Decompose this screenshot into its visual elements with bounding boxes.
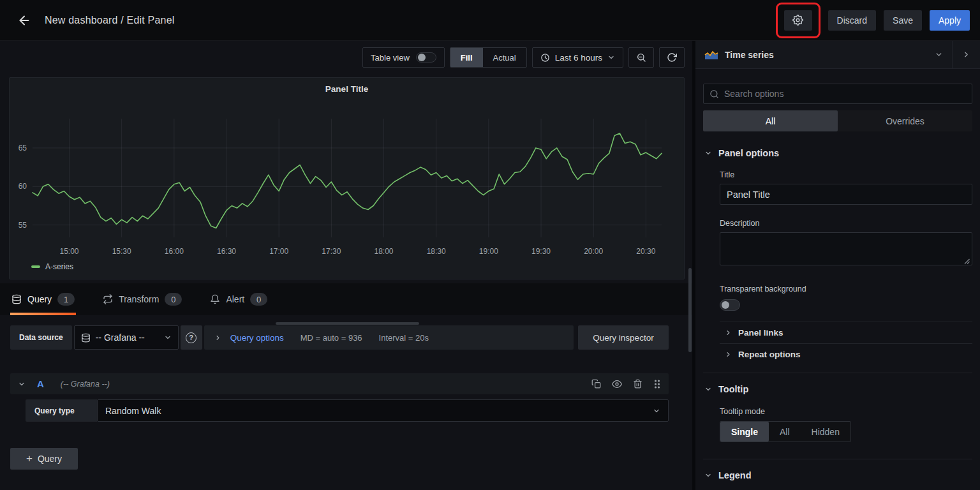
save-button[interactable]: Save — [884, 10, 922, 31]
annotation-highlight-box — [776, 3, 820, 38]
back-button[interactable] — [13, 9, 36, 32]
tab-query[interactable]: Query 1 — [10, 283, 76, 315]
tab-query-label: Query — [27, 294, 52, 304]
table-view-toggle[interactable]: Table view — [362, 47, 445, 68]
transparent-bg-toggle[interactable] — [720, 299, 740, 311]
tooltip-mode-segment: Single All Hidden — [720, 421, 851, 442]
chevron-down-icon — [653, 407, 660, 415]
visualization-picker[interactable]: Time series — [695, 41, 952, 68]
query-row-datasource: (-- Grafana --) — [61, 380, 110, 389]
table-view-switch[interactable] — [416, 52, 436, 63]
add-query-label: Query — [38, 454, 62, 464]
refresh-button[interactable] — [659, 47, 685, 68]
vertical-scrollbar[interactable] — [688, 268, 692, 352]
table-view-label: Table view — [371, 53, 410, 63]
panel-settings-button[interactable] — [784, 10, 812, 31]
chevron-down-icon — [704, 385, 712, 393]
options-search-input[interactable] — [724, 89, 966, 99]
panel-options-section-header[interactable]: Panel options — [703, 148, 972, 158]
hide-response-eye-icon[interactable] — [612, 379, 622, 389]
query-options-bar[interactable]: Query options MD = auto = 936 Interval =… — [204, 325, 574, 350]
panel-links-section[interactable]: Panel links — [720, 322, 972, 343]
arrow-left-icon — [17, 13, 31, 27]
tab-overrides[interactable]: Overrides — [838, 110, 972, 131]
transparent-bg-label: Transparent background — [720, 285, 972, 293]
database-icon — [81, 333, 91, 343]
discard-button[interactable]: Discard — [828, 10, 876, 31]
actual-option[interactable]: Actual — [483, 48, 526, 67]
x-axis-tick-label: 18:30 — [427, 247, 446, 256]
query-ref-id: A — [37, 378, 44, 389]
gear-icon — [792, 15, 803, 26]
tab-alert[interactable]: Alert 0 — [209, 283, 269, 315]
repeat-options-section[interactable]: Repeat options — [720, 343, 972, 365]
help-icon: ? — [186, 332, 197, 343]
x-axis-tick-label: 16:00 — [165, 247, 184, 256]
transform-count-badge: 0 — [165, 293, 182, 306]
max-datapoints-stat: MD = auto = 936 — [301, 333, 362, 343]
chevron-down-icon — [607, 54, 615, 61]
chevron-right-icon — [725, 329, 732, 336]
query-row-header[interactable]: A (-- Grafana --) — [10, 373, 669, 394]
zoom-out-icon — [636, 52, 646, 63]
panel-title-input[interactable] — [720, 184, 972, 205]
fill-option[interactable]: Fill — [450, 48, 483, 67]
tooltip-mode-label: Tooltip mode — [720, 407, 972, 416]
description-field-label: Description — [720, 219, 972, 228]
legend-section-header[interactable]: Legend — [703, 470, 972, 480]
legend-item[interactable]: A-series — [31, 262, 73, 271]
y-axis-tick-label: 55 — [19, 221, 27, 230]
chevron-down-icon — [935, 50, 943, 59]
options-pane: Time series All Overrides Panel options … — [692, 41, 980, 490]
time-range-picker[interactable]: Last 6 hours — [532, 47, 623, 68]
interval-stat: Interval = 20s — [379, 333, 429, 343]
database-icon — [11, 294, 22, 304]
alert-count-badge: 0 — [250, 293, 267, 306]
panel-preview: Panel Title 55606515:0015:3016:0016:3017… — [9, 77, 685, 279]
x-axis-tick-label: 18:00 — [375, 247, 394, 256]
options-search[interactable] — [703, 84, 972, 104]
datasource-value: -- Grafana -- — [96, 332, 145, 343]
drag-handle-icon[interactable] — [653, 379, 661, 389]
x-axis-tick-label: 15:00 — [60, 247, 79, 256]
tooltip-mode-single[interactable]: Single — [720, 422, 769, 442]
toggle-knob — [722, 301, 729, 309]
add-query-button[interactable]: + Query — [10, 448, 78, 470]
bell-icon — [210, 294, 220, 304]
query-type-label: Query type — [26, 399, 97, 422]
datasource-help-button[interactable]: ? — [181, 325, 202, 350]
tab-transform-label: Transform — [119, 294, 159, 304]
datasource-picker[interactable]: -- Grafana -- — [74, 325, 179, 350]
series-color-swatch — [31, 265, 40, 268]
panel-title-text: Panel Title — [10, 84, 684, 94]
apply-button[interactable]: Apply — [930, 10, 970, 31]
duplicate-query-icon[interactable] — [591, 379, 601, 389]
datasource-label: Data source — [10, 325, 72, 350]
tab-transform[interactable]: Transform 0 — [101, 283, 183, 315]
plus-icon: + — [26, 452, 33, 465]
toggle-knob — [418, 54, 426, 61]
zoom-out-button[interactable] — [628, 47, 654, 68]
fill-actual-segment: Fill Actual — [450, 47, 527, 68]
x-axis-tick-label: 20:30 — [636, 247, 655, 256]
horizontal-scrollbar[interactable] — [276, 322, 419, 325]
tab-all[interactable]: All — [703, 110, 838, 131]
chevron-down-icon[interactable] — [18, 380, 26, 388]
chevron-down-icon — [164, 334, 172, 341]
edit-pane: Table view Fill Actual Last 6 hours Pane… — [0, 41, 692, 490]
query-inspector-button[interactable]: Query inspector — [578, 325, 669, 350]
query-type-select[interactable]: Random Walk — [97, 399, 669, 422]
x-axis-tick-label: 15:30 — [112, 247, 131, 256]
x-axis-tick-label: 19:30 — [531, 247, 551, 256]
resize-handle-icon[interactable] — [964, 258, 970, 264]
delete-query-trash-icon[interactable] — [633, 379, 642, 389]
x-axis-tick-label: 20:00 — [584, 247, 603, 256]
collapse-options-button[interactable] — [952, 41, 980, 68]
panel-description-input[interactable] — [720, 232, 972, 265]
tooltip-section-header[interactable]: Tooltip — [703, 384, 972, 394]
search-icon — [709, 89, 719, 99]
tooltip-mode-all[interactable]: All — [769, 422, 801, 442]
y-axis-tick-label: 60 — [19, 182, 27, 191]
chart-svg[interactable]: 55606515:0015:3016:0016:3017:0017:3018:0… — [10, 78, 684, 279]
tooltip-mode-hidden[interactable]: Hidden — [801, 422, 850, 442]
